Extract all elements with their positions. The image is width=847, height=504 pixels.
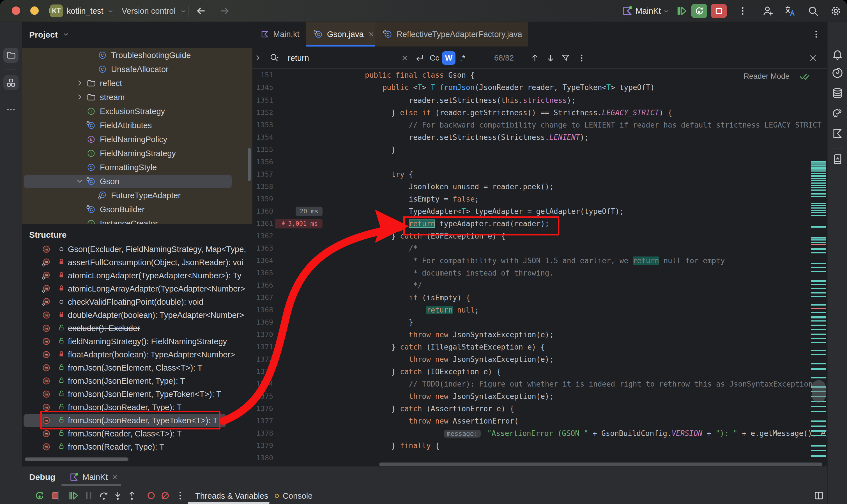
tab-main-kt[interactable]: Main.kt bbox=[252, 22, 306, 47]
next-match-icon[interactable] bbox=[546, 53, 555, 63]
back-icon[interactable] bbox=[196, 6, 206, 16]
code-line-1379[interactable]: 1379 } finally { bbox=[252, 439, 827, 452]
project-tree-item-GsonBuilder[interactable]: CGsonBuilder bbox=[22, 202, 252, 216]
tab-gson-java[interactable]: C Gson.java bbox=[306, 22, 375, 47]
code-line-1358[interactable]: 1358 JsonToken unused = reader.peek(); bbox=[252, 181, 827, 193]
stop-button[interactable] bbox=[711, 4, 727, 18]
code-line-1376[interactable]: 1376 } catch (AssertionError e) { bbox=[252, 402, 827, 415]
project-scrollbar[interactable] bbox=[248, 148, 251, 181]
debug-panel-title[interactable]: Debug bbox=[29, 466, 55, 488]
kebab-button[interactable] bbox=[174, 489, 187, 502]
minimize-window-button[interactable] bbox=[30, 6, 39, 15]
gradle-icon[interactable] bbox=[831, 107, 844, 120]
code-line-1351[interactable]: 1351 reader.setStrictness(this.strictnes… bbox=[252, 94, 827, 107]
structure-item[interactable]: mfromJson(JsonElement, TypeToken<T>): T bbox=[22, 388, 252, 401]
code-line-1373[interactable]: 1373 } catch (IOException e) { bbox=[252, 365, 827, 378]
regex-toggle[interactable]: .* bbox=[460, 47, 465, 69]
project-tree-item-UnsafeAllocator[interactable]: CUnsafeAllocator bbox=[22, 62, 252, 76]
close-window-button[interactable] bbox=[12, 6, 20, 15]
search-options-icon[interactable] bbox=[577, 53, 587, 63]
structure-item[interactable]: matomicLongAdapter(TypeAdapter<Number>):… bbox=[22, 269, 252, 282]
project-tree-item-Gson[interactable]: CGson bbox=[22, 174, 252, 188]
code-line-1364[interactable]: 1364 * For compatibility with JSON 1.5 a… bbox=[252, 254, 827, 267]
code-line-1345[interactable]: 1345 public <T> T fromJson(JsonReader re… bbox=[252, 81, 827, 94]
code-editor[interactable]: 1351 reader.setStrictness(this.strictnes… bbox=[252, 69, 827, 462]
editor-horizontal-scrollbar[interactable] bbox=[379, 463, 822, 466]
filter-icon[interactable] bbox=[561, 53, 570, 63]
resume-program-icon[interactable] bbox=[676, 5, 688, 17]
newline-icon[interactable] bbox=[414, 53, 425, 63]
code-line-1369[interactable]: 1369 } bbox=[252, 316, 827, 328]
tab-reflective-type-adapter-factory[interactable]: C ReflectiveTypeAdapterFactory.java bbox=[375, 22, 528, 47]
previous-match-icon[interactable] bbox=[530, 53, 540, 63]
code-line-1378[interactable]: 1378 message: "AssertionError (GSON " + … bbox=[252, 427, 827, 439]
match-case-toggle[interactable]: Cc bbox=[430, 47, 439, 69]
code-line-1356[interactable]: 1356 bbox=[252, 156, 827, 168]
search-icon[interactable] bbox=[269, 53, 280, 64]
step-over-button[interactable] bbox=[97, 489, 110, 502]
notifications-icon[interactable] bbox=[831, 49, 844, 61]
vcs-widget[interactable]: Version control bbox=[122, 0, 176, 22]
mute-bp-button[interactable] bbox=[144, 489, 158, 502]
structure-item[interactable]: mfloatAdapter(boolean): TypeAdapter<Numb… bbox=[22, 348, 252, 361]
close-session-icon[interactable] bbox=[111, 473, 118, 481]
code-line-1352[interactable]: 1352 } else if (reader.getStrictness() =… bbox=[252, 107, 827, 119]
project-tree-item-FieldNamingStrategy[interactable]: IFieldNamingStrategy bbox=[22, 146, 252, 160]
settings-gear-icon[interactable] bbox=[830, 5, 842, 17]
structure-item[interactable]: mfromJson(JsonElement, Type): T bbox=[22, 375, 252, 388]
code-with-me-icon[interactable] bbox=[762, 5, 774, 17]
project-panel-title[interactable]: Project bbox=[29, 22, 58, 48]
project-tree-item-reflect[interactable]: reflect bbox=[22, 76, 252, 90]
translate-icon[interactable] bbox=[784, 5, 796, 17]
chevron-down-icon[interactable] bbox=[663, 8, 670, 15]
project-name[interactable]: kotlin_test bbox=[67, 0, 104, 22]
more-actions-icon[interactable] bbox=[737, 5, 748, 17]
tool-structure-button[interactable] bbox=[3, 75, 18, 90]
documentation-icon[interactable]: A bbox=[831, 152, 844, 165]
expand-search-icon[interactable] bbox=[253, 54, 262, 62]
code-line-1371[interactable]: 1371 } catch (IllegalStateException e) { bbox=[252, 341, 827, 353]
project-badge[interactable]: KT bbox=[50, 4, 63, 17]
search-input[interactable] bbox=[288, 51, 394, 66]
close-tab-icon[interactable] bbox=[368, 31, 375, 38]
structure-item[interactable]: mfromJson(JsonElement, Class<T>): T bbox=[22, 361, 252, 375]
chevron-right-icon[interactable] bbox=[75, 78, 84, 88]
structure-item[interactable]: mfieldNamingStrategy(): FieldNamingStrat… bbox=[22, 335, 252, 348]
code-line-1368[interactable]: 1368 return null; bbox=[252, 304, 827, 316]
resume-button[interactable] bbox=[67, 489, 80, 502]
chevron-down-icon[interactable] bbox=[75, 177, 84, 185]
forward-icon[interactable] bbox=[220, 6, 230, 16]
structure-item[interactable]: massertFullConsumption(Object, JsonReade… bbox=[22, 256, 252, 269]
rerun-debug-button[interactable] bbox=[691, 4, 707, 18]
database-icon[interactable] bbox=[831, 87, 844, 99]
stop-red-button[interactable] bbox=[49, 489, 62, 502]
code-line-1357[interactable]: 1357 try { bbox=[252, 168, 827, 181]
structure-panel-title[interactable]: Structure bbox=[29, 226, 67, 244]
structure-item[interactable]: mGson(Excluder, FieldNamingStrategy, Map… bbox=[22, 243, 252, 256]
step-out-button[interactable] bbox=[125, 489, 139, 502]
code-line-1354[interactable]: 1354 reader.setStrictness(Strictness.LEN… bbox=[252, 131, 827, 144]
code-line-1374[interactable]: 1374 // TODO(inder): Figure out whether … bbox=[252, 378, 827, 390]
code-line-1370[interactable]: 1370 throw new JsonSyntaxException(e); bbox=[252, 328, 827, 341]
chevron-down-icon[interactable] bbox=[180, 8, 187, 15]
chevron-down-icon[interactable] bbox=[62, 31, 70, 38]
words-toggle[interactable]: W bbox=[442, 51, 456, 65]
step-into-button[interactable] bbox=[111, 489, 125, 502]
kotlin-icon[interactable] bbox=[831, 127, 844, 140]
code-line-1372[interactable]: 1372 throw new JsonSyntaxException(e); bbox=[252, 353, 827, 365]
reader-mode-widget[interactable]: Reader Mode bbox=[712, 70, 810, 83]
code-line-1359[interactable]: 1359 isEmpty = false; bbox=[252, 193, 827, 205]
structure-hscrollbar[interactable] bbox=[25, 457, 128, 461]
code-line-1367[interactable]: 1367 if (isEmpty) { bbox=[252, 291, 827, 304]
code-line-1377[interactable]: 1377 throw new AssertionError( bbox=[252, 415, 827, 427]
project-tree-item-TroubleshootingGuide[interactable]: CTroubleshootingGuide bbox=[22, 48, 252, 62]
run-config-name[interactable]: MainKt bbox=[636, 0, 661, 22]
structure-item[interactable]: matomicLongArrayAdapter(TypeAdapter<Numb… bbox=[22, 282, 252, 295]
structure-item[interactable]: mcheckValidFloatingPoint(double): void bbox=[22, 295, 252, 309]
code-line-1355[interactable]: 1355 } bbox=[252, 144, 827, 156]
code-line-1365[interactable]: 1365 * documents instead of throwing. bbox=[252, 267, 827, 279]
inspections-ok-icon[interactable] bbox=[799, 71, 810, 82]
code-line-1375[interactable]: 1375 throw new JsonSyntaxException(e); bbox=[252, 390, 827, 402]
editor-vertical-scrollbar[interactable] bbox=[812, 380, 826, 402]
more-tools-button[interactable] bbox=[3, 102, 18, 117]
